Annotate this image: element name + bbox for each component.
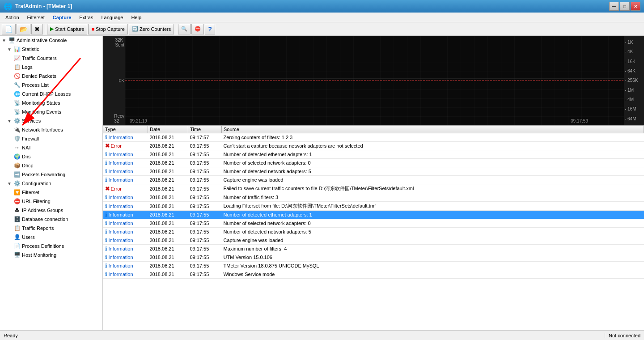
table-row[interactable]: ✖Error2018.08.2109:17:55Failed to save c… — [103, 184, 644, 193]
sidebar-item-ip-address-groups[interactable]: 🖧 IP Address Groups — [0, 206, 102, 215]
date-cell: 2018.08.21 — [148, 262, 188, 270]
table-row[interactable]: ℹInformation2018.08.2109:17:55Number of … — [103, 167, 644, 176]
sidebar-label-packets-forwarding: Packets Forwarding — [22, 172, 65, 177]
sidebar-item-traffic-counters[interactable]: 📈 Traffic Counters — [0, 54, 102, 63]
close-button[interactable]: ✕ — [631, 2, 640, 11]
source-cell: Windows Service mode — [222, 270, 644, 279]
help-toolbar-button[interactable]: ? — [205, 24, 215, 34]
settings-button[interactable]: ⛔ — [191, 24, 204, 34]
sidebar-item-monitoring-states[interactable]: 📡 Monitoring States — [0, 98, 102, 107]
new-button[interactable]: 📄 — [2, 24, 16, 34]
start-capture-button[interactable]: ▶ Start Capture — [47, 24, 87, 34]
dhcp-icon: 📦 — [13, 162, 21, 169]
sidebar-label-host-monitoring: Host Monitoring — [22, 252, 56, 258]
menu-filterset[interactable]: Filterset — [24, 14, 48, 21]
stop-capture-button[interactable]: ■ Stop Capture — [88, 24, 127, 34]
chart-main-area: 09:21:19 09:17:59 — [125, 36, 624, 125]
sidebar-item-dns[interactable]: 🌍 Dns — [0, 152, 102, 161]
menu-action[interactable]: Action — [2, 14, 23, 21]
sidebar-root[interactable]: ▼ 🖥️ Administrative Console — [0, 36, 102, 45]
root-expand-icon: ▼ — [2, 38, 8, 43]
table-row[interactable]: ✖Error2018.08.2109:17:55Can't start a ca… — [103, 142, 644, 150]
sidebar-item-denied-packets[interactable]: 🚫 Denied Packets — [0, 72, 102, 81]
table-row[interactable]: ℹInformation2018.08.2109:17:55Number of … — [103, 219, 644, 228]
maximize-button[interactable]: □ — [620, 2, 630, 11]
sidebar-item-process-list[interactable]: 🔧 Process List — [0, 81, 102, 89]
source-cell: Can't start a capture because network ad… — [222, 142, 644, 150]
col-header-date[interactable]: Date — [148, 126, 188, 133]
table-row[interactable]: ℹInformation2018.08.2109:17:57Zeroing co… — [103, 133, 644, 142]
sidebar-label-filterset: Filterset — [22, 190, 39, 195]
sidebar-item-firewall[interactable]: 🛡️ Firewall — [0, 134, 102, 143]
col-header-type[interactable]: Type — [103, 126, 148, 133]
table-row[interactable]: ℹInformation2018.08.2109:17:55Maximum nu… — [103, 245, 644, 253]
date-cell: 2018.08.21 — [148, 211, 188, 219]
view-button[interactable]: 🔍 — [178, 24, 191, 34]
date-cell: 2018.08.21 — [148, 228, 188, 236]
sidebar-item-dhcp-leases[interactable]: 🌐 Current DHCP Leases — [0, 89, 102, 98]
type-text: Information — [109, 246, 133, 251]
table-row[interactable]: ℹInformation2018.08.2109:17:55Number of … — [103, 150, 644, 159]
source-cell: Number of traffic filters: 3 — [222, 193, 644, 202]
sidebar-item-logs[interactable]: 📋 Logs — [0, 63, 102, 72]
sidebar-item-process-definitions[interactable]: 📄 Process Definitions — [0, 242, 102, 251]
menu-help[interactable]: Help — [127, 14, 145, 21]
right-axis-1k: - 1K — [625, 40, 633, 45]
table-row[interactable]: ℹInformation2018.08.2109:17:55Capture en… — [103, 176, 644, 184]
sidebar-label-users: Users — [22, 234, 35, 240]
open-icon: 📂 — [20, 26, 27, 33]
statistic-icon: 📊 — [13, 46, 21, 53]
sidebar-item-monitoring-events[interactable]: 📡 Monitoring Events — [0, 107, 102, 116]
table-row[interactable]: ℹInformation2018.08.2109:17:55Capture en… — [103, 236, 644, 245]
delete-button[interactable]: ✖ — [31, 24, 43, 34]
sidebar-item-host-monitoring[interactable]: 🖥️ Host Monitoring — [0, 251, 102, 259]
table-row[interactable]: ℹInformation2018.08.2109:17:55Number of … — [103, 211, 644, 219]
zero-counters-button[interactable]: 🔄 Zero Counters — [129, 24, 174, 34]
info-icon: ℹ — [105, 203, 107, 209]
table-row[interactable]: ℹInformation2018.08.2109:17:55Loading Fi… — [103, 202, 644, 211]
table-row[interactable]: ℹInformation2018.08.2109:17:55TMeter Ver… — [103, 262, 644, 270]
minimize-button[interactable]: — — [609, 2, 619, 11]
window-controls[interactable]: — □ ✕ — [609, 2, 640, 11]
sidebar-item-dhcp[interactable]: 📦 Dhcp — [0, 161, 102, 170]
sidebar-statistic[interactable]: ▼ 📊 Statistic — [0, 45, 102, 54]
stop-capture-label: Stop Capture — [96, 26, 125, 32]
error-icon: ✖ — [105, 186, 110, 192]
type-text: Information — [109, 229, 133, 234]
right-axis-1m: - 1M — [625, 88, 634, 93]
sidebar-item-packets-forwarding[interactable]: ➡️ Packets Forwarding — [0, 170, 102, 179]
sidebar-item-nat[interactable]: ↔️ NAT — [0, 143, 102, 152]
table-row[interactable]: ℹInformation2018.08.2109:17:55Number of … — [103, 159, 644, 167]
table-row[interactable]: ℹInformation2018.08.2109:17:55Windows Se… — [103, 270, 644, 279]
sidebar-item-users[interactable]: 👤 Users — [0, 233, 102, 242]
sidebar-services[interactable]: ▼ ⚙️ Services — [0, 116, 102, 125]
date-cell: 2018.08.21 — [148, 142, 188, 150]
col-header-source[interactable]: Source — [222, 126, 644, 133]
col-header-time[interactable]: Time — [188, 126, 222, 133]
table-row[interactable]: ℹInformation2018.08.2109:17:55Number of … — [103, 228, 644, 236]
time-cell: 09:17:55 — [188, 228, 222, 236]
sidebar-item-network-interfaces[interactable]: 🔌 Network Interfaces — [0, 125, 102, 134]
menu-capture[interactable]: Capture — [49, 14, 75, 21]
table-row[interactable]: ℹInformation2018.08.2109:17:55Number of … — [103, 193, 644, 202]
open-button[interactable]: 📂 — [17, 24, 30, 34]
time-cell: 09:17:55 — [188, 262, 222, 270]
table-row[interactable]: ℹInformation2018.08.2109:17:55UTM Versio… — [103, 253, 644, 262]
sidebar-item-url-filtering[interactable]: ⛔ URL Filtering — [0, 197, 102, 206]
sidebar-root-label: Administrative Console — [17, 38, 67, 43]
menu-extras[interactable]: Extras — [76, 14, 97, 21]
log-table-container[interactable]: Type Date Time Source ℹInformation2018.0… — [103, 125, 644, 330]
sidebar-item-filterset[interactable]: 🔽 Filterset — [0, 188, 102, 197]
sidebar-item-traffic-reports[interactable]: 📋 Traffic Reports — [0, 224, 102, 233]
time-cell: 09:17:55 — [188, 167, 222, 176]
type-text: Information — [109, 152, 133, 157]
time-cell: 09:17:55 — [188, 236, 222, 245]
sidebar-item-database-connection[interactable]: 🗄️ Database connection — [0, 215, 102, 224]
sidebar-statistic-label: Statistic — [22, 47, 39, 52]
sidebar-label-dhcp: Dhcp — [22, 163, 34, 168]
sidebar-configuration[interactable]: ▼ ⚙️ Configuration — [0, 179, 102, 188]
source-cell: Number of detected network adapters: 5 — [222, 167, 644, 176]
menu-language[interactable]: Language — [97, 14, 127, 21]
process-def-icon: 📄 — [13, 242, 21, 250]
source-cell: Maximum number of filters: 4 — [222, 245, 644, 253]
